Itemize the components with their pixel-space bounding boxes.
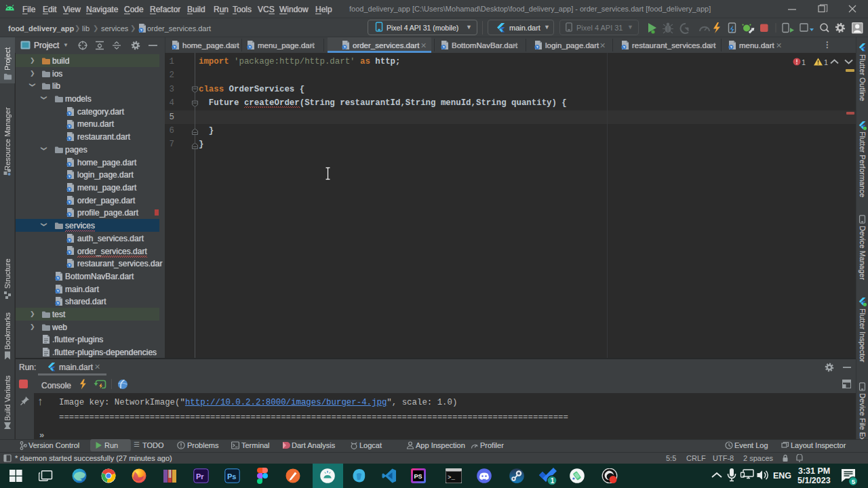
svg-text:1: 1 (802, 58, 806, 66)
svg-text:1: 1 (824, 58, 828, 66)
svg-text:5: 5 (852, 478, 856, 485)
svg-text:1: 1 (551, 477, 555, 485)
svg-text:PS: PS (414, 473, 422, 480)
svg-text:>_: >_ (448, 474, 455, 481)
svg-text:Pr: Pr (196, 472, 204, 481)
svg-text:Ps: Ps (227, 472, 236, 481)
